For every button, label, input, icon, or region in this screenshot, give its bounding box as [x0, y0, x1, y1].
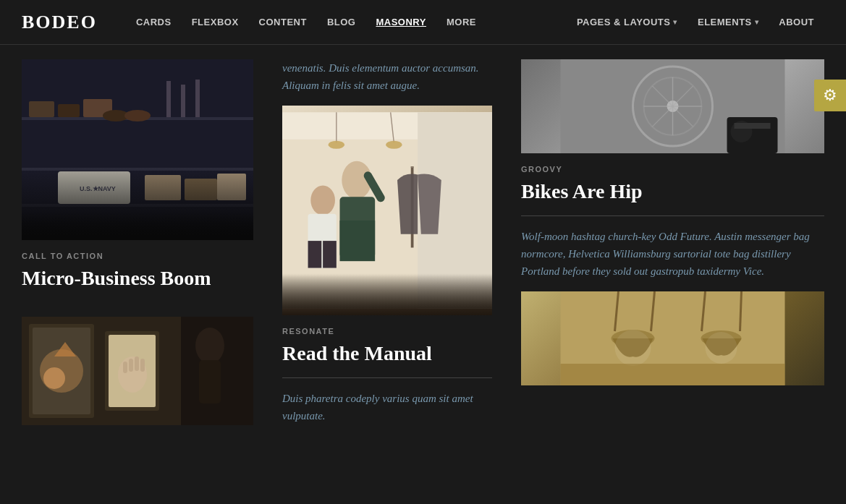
svg-rect-16	[217, 174, 246, 200]
svg-point-8	[124, 110, 151, 121]
svg-rect-33	[199, 360, 221, 403]
svg-rect-42	[411, 166, 414, 168]
svg-point-38	[329, 141, 344, 149]
svg-rect-45	[340, 221, 376, 261]
nav-right: PAGES & LAYOUTS ▾ ELEMENTS ▾ ABOUT	[567, 17, 824, 27]
gear-icon: ⚙	[823, 86, 837, 105]
col3-card1-title: Bikes Are Hip	[521, 179, 824, 204]
header: BODEO CARDS FLEXBOX CONTENT BLOG MASONRY…	[0, 0, 846, 45]
svg-rect-14	[145, 175, 181, 200]
svg-rect-3	[22, 204, 253, 207]
elements-dropdown-arrow: ▾	[755, 18, 759, 26]
svg-rect-2	[22, 168, 253, 171]
svg-point-47	[310, 185, 335, 215]
col3-card1-body: Wolf-moon hashtag church-key Odd Future.…	[521, 228, 824, 280]
svg-rect-17	[22, 211, 253, 240]
main-content: U.S.★NAVY CALL TO ACTION Micro-Business …	[0, 45, 846, 437]
svg-rect-72	[561, 364, 785, 385]
svg-rect-9	[166, 81, 171, 117]
card3-category: RESONATE	[282, 327, 492, 336]
column-1: U.S.★NAVY CALL TO ACTION Micro-Business …	[22, 59, 268, 437]
main-nav: CARDS FLEXBOX CONTENT BLOG MASONRY MORE	[126, 17, 567, 27]
svg-text:U.S.★NAVY: U.S.★NAVY	[80, 185, 116, 192]
svg-point-39	[386, 141, 402, 149]
svg-rect-4	[29, 101, 54, 117]
nav-content[interactable]: CONTENT	[249, 17, 317, 27]
svg-rect-29	[140, 359, 145, 372]
card1-category: CALL TO ACTION	[22, 252, 253, 260]
svg-rect-15	[185, 179, 217, 200]
pages-layouts-dropdown-arrow: ▾	[673, 18, 677, 26]
shop-people-image	[282, 106, 492, 315]
card1-title: Micro-Business Boom	[22, 266, 253, 291]
svg-point-32	[195, 328, 224, 364]
svg-line-67	[740, 291, 742, 331]
card3-title: Read the Manual	[282, 341, 492, 366]
svg-rect-51	[282, 275, 492, 309]
art-image	[22, 317, 253, 425]
svg-rect-49	[308, 241, 322, 268]
col3-divider	[521, 215, 824, 216]
svg-point-71	[706, 332, 737, 364]
col3-card1-category: GROOVY	[521, 165, 824, 174]
nav-masonry[interactable]: MASONRY	[365, 17, 436, 27]
column-3: GROOVY Bikes Are Hip Wolf-moon hashtag c…	[507, 59, 824, 437]
nav-flexbox[interactable]: FLEXBOX	[182, 17, 249, 27]
svg-rect-12	[58, 171, 130, 204]
card3-divider	[282, 377, 492, 378]
site-logo[interactable]: BODEO	[22, 12, 97, 33]
nav-about[interactable]: ABOUT	[769, 17, 824, 27]
nav-blog[interactable]: BLOG	[317, 17, 366, 27]
svg-rect-62	[735, 123, 771, 129]
svg-rect-50	[323, 241, 337, 268]
svg-rect-28	[135, 356, 139, 371]
svg-rect-30	[123, 362, 127, 373]
store-image: U.S.★NAVY	[22, 59, 253, 240]
bike-image	[521, 59, 824, 153]
nav-more[interactable]: MORE	[436, 17, 486, 27]
column-2: venenatis. Duis elementum auctor accumsa…	[268, 59, 507, 437]
nav-elements[interactable]: ELEMENTS ▾	[688, 17, 769, 27]
settings-gear-button[interactable]: ⚙	[814, 80, 846, 111]
svg-rect-11	[195, 80, 200, 117]
svg-rect-27	[129, 359, 133, 372]
svg-rect-5	[58, 104, 80, 117]
nav-cards[interactable]: CARDS	[126, 17, 182, 27]
lamp-image	[521, 291, 824, 385]
svg-point-23	[43, 367, 65, 389]
card2-partial-text: venenatis. Duis elementum auctor accumsa…	[282, 59, 492, 94]
svg-rect-0	[22, 59, 253, 240]
svg-rect-10	[181, 85, 185, 117]
card3-body-text: Duis pharetra codeply varius quam sit am…	[282, 390, 492, 424]
nav-pages-layouts[interactable]: PAGES & LAYOUTS ▾	[567, 17, 688, 27]
svg-point-70	[615, 330, 651, 366]
